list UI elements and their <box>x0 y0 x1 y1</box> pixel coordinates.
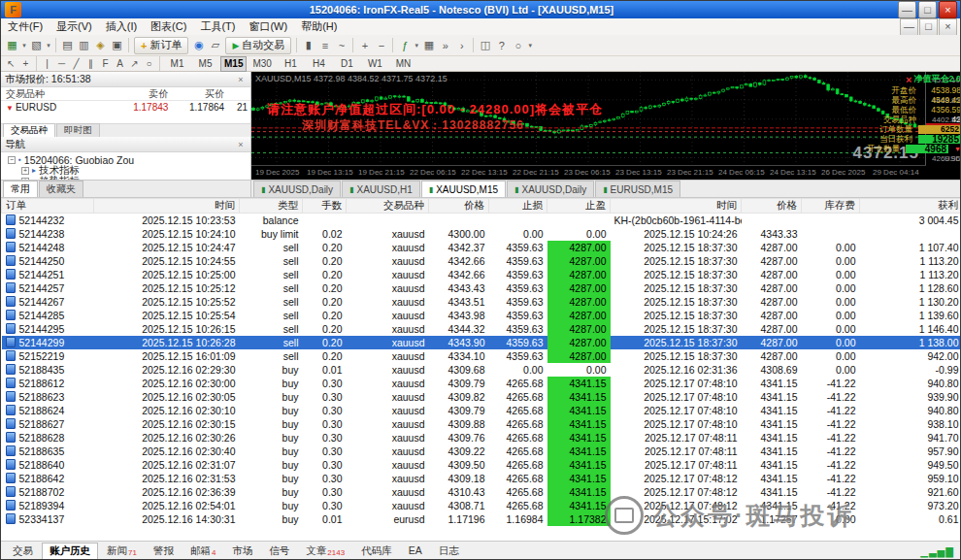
bottom-tab-1[interactable]: 账户历史 <box>42 543 98 560</box>
timeframe-h4-button[interactable]: H4 <box>306 56 332 72</box>
minimize-icon[interactable]: — <box>898 1 916 18</box>
order-row[interactable]: 521442572025.12.15 10:25:12sell0.20xauus… <box>2 281 961 295</box>
order-row[interactable]: 521442852025.12.15 10:25:54sell0.20xauus… <box>2 309 961 322</box>
order-row[interactable]: 521886122025.12.16 02:30:00buy0.30xauusd… <box>2 377 961 390</box>
mw-tab-1[interactable]: 即时图 <box>56 123 100 137</box>
col-close-price[interactable]: 价格 <box>742 199 802 214</box>
market-watch-row[interactable]: ▼EURUSD1.178431.1786421 <box>1 101 250 114</box>
channel-icon[interactable]: ∥ <box>83 57 98 70</box>
menu-item-3[interactable]: 图表(C) <box>144 18 193 35</box>
expand-plus-icon[interactable]: + <box>21 167 29 175</box>
new-chart-icon[interactable]: ▦ <box>4 38 20 53</box>
order-row[interactable]: 521886352025.12.16 02:30:40buy0.30xauusd… <box>2 445 961 458</box>
collapse-minus-icon[interactable]: − <box>8 156 16 164</box>
chart-tab-0[interactable]: ▮XAUUSD,Daily <box>253 181 341 197</box>
col-volume[interactable]: 手数 <box>303 199 347 214</box>
col-price[interactable]: 价格 <box>429 199 489 214</box>
time-axis[interactable]: 19 Dec 202519 Dec 13:1519 Dec 21:1522 De… <box>251 165 926 180</box>
algo-trading-button[interactable]: ▶自动交易 <box>225 37 291 54</box>
vline-icon[interactable]: | <box>40 57 54 70</box>
toolbox-icon[interactable]: ▣ <box>109 38 125 53</box>
timeframe-m30-button[interactable]: M30 <box>249 56 275 72</box>
order-row[interactable]: 521886272025.12.16 02:30:15buy0.30xauusd… <box>2 417 961 431</box>
order-row[interactable]: 521887022025.12.16 02:36:39buy0.30xauusd… <box>2 485 961 499</box>
search-icon[interactable]: ○ <box>510 38 526 53</box>
bottom-tab-2[interactable]: 新闻71 <box>99 543 145 560</box>
bottom-tab-8[interactable]: 代码库 <box>353 543 400 560</box>
windows-icon[interactable]: ◫ <box>477 38 493 53</box>
indicators-icon[interactable]: ƒ <box>396 38 413 53</box>
col-open-time[interactable]: 时间 <box>94 199 240 214</box>
dropdown-icon[interactable]: ▾ <box>526 38 534 53</box>
dropdown-icon[interactable]: ▾ <box>413 38 420 53</box>
menu-item-2[interactable]: 插入(I) <box>99 18 144 35</box>
col-type[interactable]: 类型 <box>240 199 303 214</box>
bottom-tab-9[interactable]: EA <box>401 543 430 560</box>
text-icon[interactable]: A <box>113 57 127 70</box>
chart-area[interactable]: XAUUSD,M15 4372.98 4384.52 4371.75 4372.… <box>251 72 961 180</box>
menu-item-0[interactable]: 文件(F) <box>1 18 50 35</box>
col-sl[interactable]: 止损 <box>489 199 547 214</box>
zoom-in-icon[interactable]: + <box>356 38 373 53</box>
chart-tab-1[interactable]: ▮XAUUSD,H1 <box>342 181 420 197</box>
profiles-icon[interactable]: ▧ <box>28 38 45 53</box>
menu-item-5[interactable]: 窗口(W) <box>242 18 294 35</box>
order-row[interactable]: 521442382025.12.15 10:24:10buy limit0.02… <box>2 227 961 241</box>
line-chart-icon[interactable]: ~ <box>333 38 349 53</box>
order-row[interactable]: 521442322025.12.15 10:23:53balanceKH-(2b… <box>2 214 961 228</box>
bottom-tab-5[interactable]: 市场 <box>224 543 260 560</box>
order-row[interactable]: 523341372025.12.16 14:30:31buy0.01eurusd… <box>2 512 961 526</box>
nav-close-icon[interactable]: × <box>235 137 247 152</box>
menu-minimize-icon[interactable]: — <box>900 18 918 36</box>
hline-icon[interactable]: ─ <box>54 57 69 70</box>
messages-icon[interactable]: ▱ <box>207 38 223 53</box>
order-row[interactable]: 521886232025.12.16 02:30:05buy0.30xauusd… <box>2 390 961 404</box>
order-row[interactable]: 521442992025.12.15 10:26:28sell0.20xauus… <box>2 336 961 349</box>
order-row[interactable]: 521442482025.12.15 10:24:47sell0.20xauus… <box>2 241 961 254</box>
grid-icon[interactable]: ▦ <box>420 38 437 53</box>
order-row[interactable]: 521522192025.12.15 16:01:09sell0.20xauus… <box>2 349 961 363</box>
menu-item-1[interactable]: 显示(V) <box>50 18 99 35</box>
navigator-tab-1[interactable]: 收藏夹 <box>39 181 83 197</box>
order-row[interactable]: 521442952025.12.15 10:26:15sell0.20xauus… <box>2 322 961 336</box>
navigator-icon[interactable]: ◈ <box>92 38 109 53</box>
col-swap[interactable]: 库存费 <box>802 199 860 214</box>
timeframe-m1-button[interactable]: M1 <box>164 56 190 72</box>
col-order[interactable]: 订单 <box>2 199 94 214</box>
maximize-icon[interactable]: □ <box>918 1 937 18</box>
order-row[interactable]: 521442502025.12.15 10:24:55sell0.20xauus… <box>2 254 961 268</box>
order-row[interactable]: 521442672025.12.15 10:25:52sell0.20xauus… <box>2 295 961 309</box>
shapes-icon[interactable]: ○ <box>142 57 156 70</box>
mw-close-icon[interactable]: × <box>235 72 247 87</box>
chart-tab-2[interactable]: ▮XAUUSD,M15 <box>421 181 506 197</box>
arrow-icon[interactable]: ↗ <box>127 57 142 70</box>
col-symbol[interactable]: 交易品种 <box>347 199 429 214</box>
order-row[interactable]: 521442512025.12.15 10:25:00sell0.20xauus… <box>2 268 961 281</box>
timeframe-m15-button[interactable]: M15 <box>220 56 247 72</box>
bars-icon[interactable]: ≡ <box>316 38 333 53</box>
dropdown-icon[interactable]: ▾ <box>20 38 28 53</box>
bottom-tab-6[interactable]: 信号 <box>261 543 297 560</box>
new-order-button[interactable]: +新订单 <box>134 37 188 54</box>
mw-tab-0[interactable]: 交易品种 <box>3 123 55 137</box>
mql5-icon[interactable]: ◉ <box>190 38 207 53</box>
order-row[interactable]: 521886242025.12.16 02:30:10buy0.30xauusd… <box>2 404 961 417</box>
timeframe-m5-button[interactable]: M5 <box>192 56 218 72</box>
menu-item-4[interactable]: 工具(T) <box>193 18 242 35</box>
bottom-tab-0[interactable]: 交易 <box>5 543 41 560</box>
dropdown-icon[interactable]: ▾ <box>45 38 52 53</box>
shift-icon[interactable]: › <box>453 38 470 53</box>
autoscroll-icon[interactable]: » <box>437 38 453 53</box>
bottom-tab-10[interactable]: 日志 <box>431 543 467 560</box>
help-icon[interactable]: ? <box>493 38 510 53</box>
close-icon[interactable]: × <box>939 1 957 18</box>
order-row[interactable]: 521884352025.12.16 02:29:30buy0.01xauusd… <box>2 363 961 377</box>
chart-tab-4[interactable]: ▮EURUSD,M15 <box>595 181 680 197</box>
menu-restore-icon[interactable]: □ <box>919 18 938 36</box>
bottom-tab-4[interactable]: 邮箱4 <box>182 543 223 560</box>
order-row[interactable]: 521886282025.12.16 02:30:26buy0.30xauusd… <box>2 431 961 445</box>
col-profit[interactable]: 获利 <box>860 199 961 214</box>
col-close-time[interactable]: 时间 <box>611 199 742 214</box>
mw-column-0[interactable]: 交易品种 <box>1 87 109 100</box>
order-row[interactable]: 521893942025.12.16 02:54:01buy0.30xauusd… <box>2 499 961 512</box>
